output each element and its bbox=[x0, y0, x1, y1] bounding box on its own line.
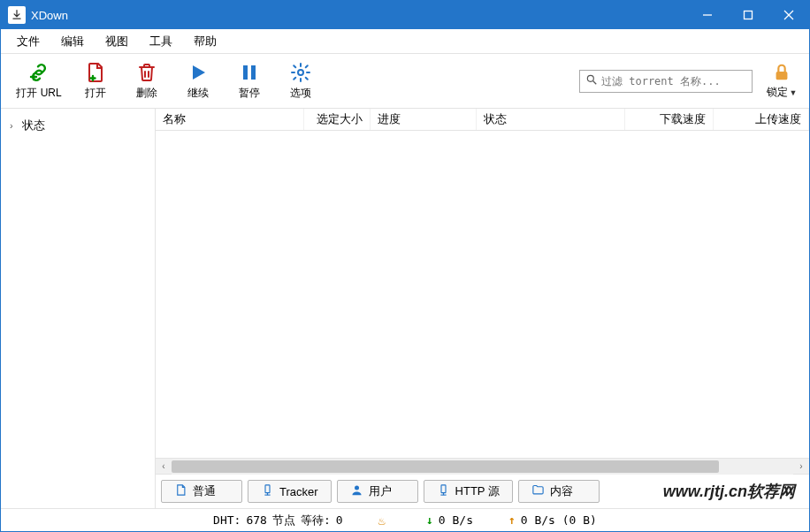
menu-tools[interactable]: 工具 bbox=[139, 30, 183, 53]
toolbar: 打开 URL 打开 删除 继续 暂停 选项 bbox=[1, 54, 809, 109]
svg-point-13 bbox=[355, 486, 359, 490]
column-headers: 名称 选定大小 进度 状态 下载速度 上传速度 bbox=[156, 109, 809, 131]
upload-speed: ↑ 0 B/s (0 B) bbox=[508, 513, 597, 527]
search-icon bbox=[585, 73, 601, 88]
col-ul-speed[interactable]: 上传速度 bbox=[714, 109, 809, 130]
gear-icon bbox=[290, 61, 311, 84]
upload-arrow-icon: ↑ bbox=[508, 513, 516, 527]
dht-status: DHT: 678 节点 等待: 0 bbox=[213, 513, 342, 528]
close-button[interactable] bbox=[768, 1, 809, 29]
lock-icon bbox=[772, 63, 791, 85]
server-icon bbox=[261, 483, 274, 499]
sidebar: › 状态 bbox=[1, 109, 156, 508]
scroll-thumb[interactable] bbox=[172, 460, 719, 473]
detail-tabs: 普通 Tracker 用户 HTTP 源 内容 www.rjtj.cn软荐网 bbox=[156, 474, 809, 508]
content-panel: 名称 选定大小 进度 状态 下载速度 上传速度 ‹ › 普通 Tracker bbox=[156, 109, 809, 508]
download-speed: ↓ 0 B/s bbox=[426, 513, 473, 527]
tab-content[interactable]: 内容 bbox=[518, 480, 600, 503]
lock-label: 锁定 bbox=[767, 86, 788, 98]
svg-rect-10 bbox=[265, 485, 270, 493]
tab-general[interactable]: 普通 bbox=[161, 480, 242, 503]
grid-body bbox=[156, 131, 809, 458]
wait-value: 0 bbox=[336, 513, 343, 527]
svg-rect-5 bbox=[251, 65, 256, 80]
folder-icon bbox=[531, 483, 545, 499]
trash-icon bbox=[136, 61, 157, 84]
resume-label: 继续 bbox=[187, 86, 209, 101]
chevron-right-icon: › bbox=[10, 120, 22, 131]
svg-rect-1 bbox=[745, 11, 753, 19]
main-area: › 状态 名称 选定大小 进度 状态 下载速度 上传速度 ‹ › 普通 bbox=[1, 109, 809, 508]
delete-label: 删除 bbox=[136, 86, 157, 101]
upload-value: 0 B/s (0 B) bbox=[521, 513, 597, 527]
col-name[interactable]: 名称 bbox=[156, 109, 304, 130]
menu-help[interactable]: 帮助 bbox=[183, 30, 227, 53]
scroll-right-button[interactable]: › bbox=[793, 459, 809, 475]
dht-nodes-suffix: 节点 bbox=[272, 513, 295, 528]
link-icon bbox=[28, 61, 50, 84]
wait-label: 等待: bbox=[301, 513, 331, 528]
watermark-text: www.rjtj.cn软荐网 bbox=[663, 481, 804, 502]
tab-label: 用户 bbox=[369, 483, 392, 499]
pause-button[interactable]: 暂停 bbox=[224, 57, 275, 106]
document-icon bbox=[174, 483, 187, 499]
svg-rect-9 bbox=[776, 72, 788, 80]
horizontal-scrollbar[interactable]: ‹ › bbox=[156, 458, 809, 474]
delete-button[interactable]: 删除 bbox=[121, 57, 172, 106]
dht-nodes: 678 bbox=[246, 513, 266, 527]
menu-file[interactable]: 文件 bbox=[6, 30, 50, 53]
svg-line-8 bbox=[593, 81, 597, 85]
search-box[interactable] bbox=[579, 70, 753, 93]
search-input[interactable] bbox=[601, 75, 746, 87]
menu-view[interactable]: 视图 bbox=[95, 30, 139, 53]
tab-tracker[interactable]: Tracker bbox=[248, 480, 332, 503]
open-label: 打开 bbox=[85, 86, 106, 101]
server-icon bbox=[437, 483, 450, 499]
pause-label: 暂停 bbox=[239, 86, 260, 101]
tree-item-label: 状态 bbox=[22, 118, 45, 133]
tab-label: 普通 bbox=[193, 483, 216, 499]
col-status[interactable]: 状态 bbox=[477, 109, 625, 130]
tab-peers[interactable]: 用户 bbox=[337, 480, 418, 503]
document-icon bbox=[85, 61, 106, 84]
menubar: 文件 编辑 视图 工具 帮助 bbox=[1, 29, 809, 54]
scroll-left-button[interactable]: ‹ bbox=[156, 459, 172, 475]
resume-button[interactable]: 继续 bbox=[172, 57, 224, 106]
statusbar: DHT: 678 节点 等待: 0 ♨ ↓ 0 B/s ↑ 0 B/s (0 B… bbox=[1, 508, 809, 531]
options-label: 选项 bbox=[290, 86, 311, 101]
svg-rect-4 bbox=[243, 65, 248, 80]
tab-label: HTTP 源 bbox=[455, 483, 500, 499]
options-button[interactable]: 选项 bbox=[275, 57, 326, 106]
open-url-button[interactable]: 打开 URL bbox=[8, 57, 70, 106]
download-value: 0 B/s bbox=[439, 513, 473, 527]
chevron-down-icon: ▼ bbox=[790, 88, 798, 97]
open-button[interactable]: 打开 bbox=[70, 57, 121, 106]
svg-point-6 bbox=[298, 70, 303, 75]
col-selected-size[interactable]: 选定大小 bbox=[304, 109, 371, 130]
col-progress[interactable]: 进度 bbox=[371, 109, 477, 130]
dht-label: DHT: bbox=[213, 513, 241, 527]
user-icon bbox=[350, 483, 363, 499]
lock-button[interactable]: 锁定▼ bbox=[761, 57, 802, 106]
tab-label: 内容 bbox=[550, 483, 573, 499]
titlebar: XDown bbox=[1, 1, 809, 29]
window-title: XDown bbox=[31, 9, 687, 22]
download-arrow-icon: ↓ bbox=[426, 513, 433, 527]
menu-edit[interactable]: 编辑 bbox=[50, 30, 95, 53]
svg-rect-14 bbox=[441, 485, 446, 493]
tab-label: Tracker bbox=[279, 485, 318, 498]
tab-http-source[interactable]: HTTP 源 bbox=[424, 480, 513, 503]
open-url-label: 打开 URL bbox=[16, 86, 61, 101]
play-icon bbox=[187, 61, 209, 84]
minimize-button[interactable] bbox=[687, 1, 728, 29]
scroll-track[interactable] bbox=[172, 459, 793, 475]
firewall-status: ♨ bbox=[378, 513, 391, 528]
col-dl-speed[interactable]: 下载速度 bbox=[625, 109, 714, 130]
pause-icon bbox=[239, 61, 260, 84]
tree-item-status[interactable]: › 状态 bbox=[4, 114, 151, 137]
svg-point-7 bbox=[587, 75, 593, 81]
flame-icon: ♨ bbox=[378, 513, 386, 528]
maximize-button[interactable] bbox=[728, 1, 768, 29]
app-icon bbox=[8, 6, 26, 24]
